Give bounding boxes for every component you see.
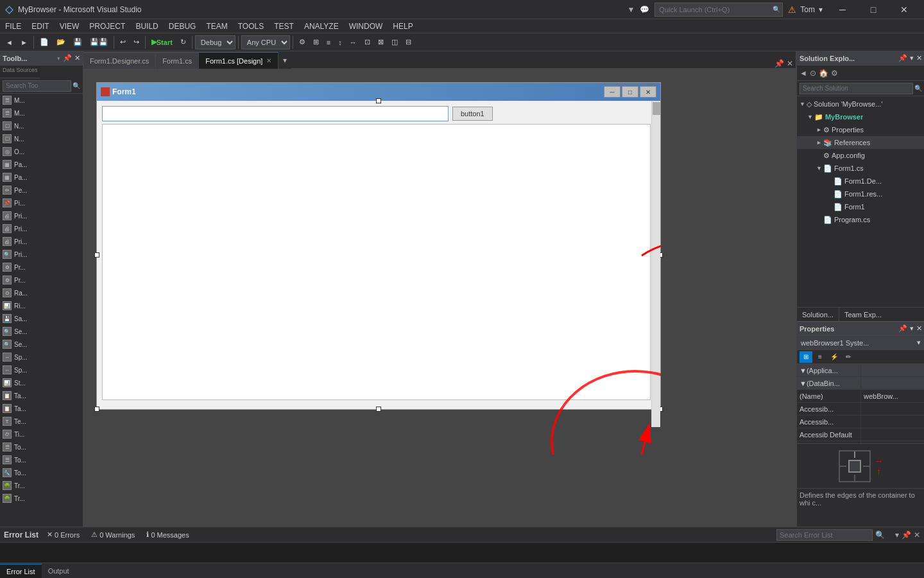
pp-row-accessib-default[interactable]: Accessib Default: [797, 428, 924, 441]
toolbar-extra9[interactable]: ⊟: [402, 35, 415, 49]
menu-team[interactable]: TEAM: [201, 19, 232, 33]
toolbox-item[interactable]: 📌Pi...: [0, 197, 83, 209]
pp-btn-search[interactable]: ✏: [842, 351, 855, 363]
menu-test[interactable]: TEST: [269, 19, 299, 33]
quick-launch-input[interactable]: [654, 3, 783, 17]
toolbar-extra7[interactable]: ⊠: [375, 35, 387, 49]
form-button1[interactable]: button1: [452, 107, 493, 121]
el-close-btn[interactable]: ✕: [914, 530, 920, 539]
toolbox-item[interactable]: 🔍Se...: [0, 338, 83, 351]
menu-edit[interactable]: EDIT: [26, 19, 54, 33]
tab-bar-pin[interactable]: 📌: [774, 59, 784, 68]
scrollbar-thumb[interactable]: [653, 102, 660, 115]
toolbox-item[interactable]: ▦Pa...: [0, 158, 83, 171]
toolbox-item[interactable]: ✏Pe...: [0, 184, 83, 197]
form-minimize-button[interactable]: ─: [604, 86, 620, 98]
form-scrollbar[interactable]: [651, 101, 660, 427]
toolbox-item[interactable]: 📋Ta...: [0, 389, 83, 402]
toolbox-item[interactable]: ⚙Pr...: [0, 274, 83, 286]
pp-btn-events[interactable]: ⚡: [828, 351, 841, 363]
toolbar-open[interactable]: 📂: [53, 35, 69, 49]
pp-arrow[interactable]: ▾: [910, 324, 914, 333]
toolbar-saveall[interactable]: 💾💾: [87, 35, 111, 49]
minimize-button[interactable]: ─: [828, 1, 857, 19]
menu-view[interactable]: VIEW: [55, 19, 85, 33]
toolbar-extra2[interactable]: ⊞: [310, 35, 322, 49]
toolbar-undo[interactable]: ↩: [117, 35, 129, 49]
error-list-search-input[interactable]: [776, 529, 873, 541]
pp-row-name[interactable]: (Name) webBrow...: [797, 390, 924, 403]
menu-analyze[interactable]: ANALYZE: [299, 19, 344, 33]
toolbox-search-icon[interactable]: 🔍: [73, 82, 80, 89]
menu-build[interactable]: BUILD: [130, 19, 163, 33]
close-button[interactable]: ✕: [889, 1, 919, 19]
menu-project[interactable]: PROJECT: [84, 19, 130, 33]
menu-tools[interactable]: TOOLS: [233, 19, 269, 33]
toolbar-extra4[interactable]: ↕: [335, 35, 345, 49]
toolbar-refresh[interactable]: ↻: [177, 35, 189, 49]
toolbar-forward[interactable]: ►: [17, 35, 31, 49]
maximize-button[interactable]: □: [859, 1, 888, 19]
toolbox-item[interactable]: ⚙Pr...: [0, 261, 83, 274]
error-search-icon[interactable]: 🔍: [875, 530, 885, 539]
error-filter-warnings[interactable]: ⚠ 0 Warnings: [88, 530, 138, 539]
pp-btn-list[interactable]: ≡: [814, 351, 826, 363]
tab-overflow-button[interactable]: ▾: [278, 52, 291, 69]
toolbox-pin[interactable]: 📌: [63, 54, 72, 62]
el-control1[interactable]: ▾: [895, 530, 899, 539]
tab-output[interactable]: Output: [42, 564, 76, 578]
toolbox-item[interactable]: 🖨Pri...: [0, 235, 83, 248]
toolbox-item[interactable]: ⏱Ti...: [0, 428, 83, 441]
pp-row-accessib1[interactable]: Accessib...: [797, 403, 924, 416]
toolbar-save[interactable]: 💾: [70, 35, 85, 49]
pp-close[interactable]: ✕: [916, 324, 922, 333]
toolbox-item[interactable]: ⊙Ra...: [0, 286, 83, 299]
tab-form1-designer[interactable]: Form1.Designer.cs: [83, 52, 156, 69]
se-tb-btn3[interactable]: 🏠: [819, 69, 828, 78]
toolbar-extra8[interactable]: ◫: [388, 35, 401, 49]
anchor-right-arrow[interactable]: →: [875, 456, 884, 466]
form-close-button[interactable]: ✕: [640, 86, 656, 98]
toolbox-item[interactable]: ☐N...: [0, 132, 83, 145]
toolbox-close[interactable]: ✕: [74, 54, 80, 62]
toolbar-redo[interactable]: ↪: [130, 35, 142, 49]
pp-prop-value[interactable]: webBrow...: [861, 390, 924, 402]
se-pin[interactable]: 📌: [898, 54, 907, 62]
tree-programcs[interactable]: ► 📄 Program.cs: [797, 213, 924, 226]
tab-form1-design[interactable]: Form1.cs [Design] ✕: [199, 52, 278, 69]
toolbox-search-input[interactable]: [3, 80, 71, 92]
toolbar-start[interactable]: ▶ Start: [148, 35, 176, 49]
resize-handle-bottom-left[interactable]: [94, 407, 99, 412]
toolbox-item[interactable]: ☰To...: [0, 441, 83, 453]
toolbox-item[interactable]: ▦Pa...: [0, 171, 83, 184]
pp-prop-value[interactable]: [861, 428, 924, 441]
el-pin[interactable]: 📌: [902, 530, 911, 539]
tab-form1-cs[interactable]: Form1.cs: [156, 52, 199, 69]
toolbox-item[interactable]: 📊Ri...: [0, 299, 83, 312]
form-textbox1[interactable]: [102, 106, 449, 121]
tree-form1[interactable]: ► 📄 Form1: [797, 200, 924, 213]
se-search-icon[interactable]: 🔍: [914, 85, 922, 92]
toolbox-item[interactable]: 🖨Pri...: [0, 209, 83, 222]
pp-object-dropdown[interactable]: ▾: [917, 338, 921, 347]
toolbar-extra3[interactable]: ≡: [323, 35, 334, 49]
toolbox-item[interactable]: ↔Sp...: [0, 363, 83, 376]
toolbox-item[interactable]: ↔Sp...: [0, 351, 83, 363]
pp-pin[interactable]: 📌: [898, 324, 907, 333]
tab-error-list[interactable]: Error List: [0, 564, 42, 578]
toolbar-debug-dropdown[interactable]: Debug: [195, 35, 235, 49]
toolbox-item[interactable]: 🔍Pri...: [0, 248, 83, 261]
toolbox-item[interactable]: 💾Sa...: [0, 312, 83, 325]
toolbox-item[interactable]: 📋Ta...: [0, 402, 83, 415]
error-filter-errors[interactable]: ✕ 0 Errors: [44, 530, 83, 539]
toolbox-item[interactable]: TTe...: [0, 415, 83, 428]
menu-debug[interactable]: DEBUG: [164, 19, 201, 33]
toolbox-item[interactable]: ◎O...: [0, 145, 83, 158]
toolbox-item[interactable]: 🌳Tr...: [0, 492, 83, 505]
tree-solution[interactable]: ▼ ◇ Solution 'MyBrowse...': [797, 98, 924, 110]
toolbox-item[interactable]: 🔍Se...: [0, 325, 83, 338]
se-search-input[interactable]: [800, 83, 913, 94]
pp-prop-value[interactable]: [861, 403, 924, 415]
toolbox-item[interactable]: 🖨Pri...: [0, 222, 83, 235]
anchor-up-arrow[interactable]: ↑: [877, 466, 881, 477]
